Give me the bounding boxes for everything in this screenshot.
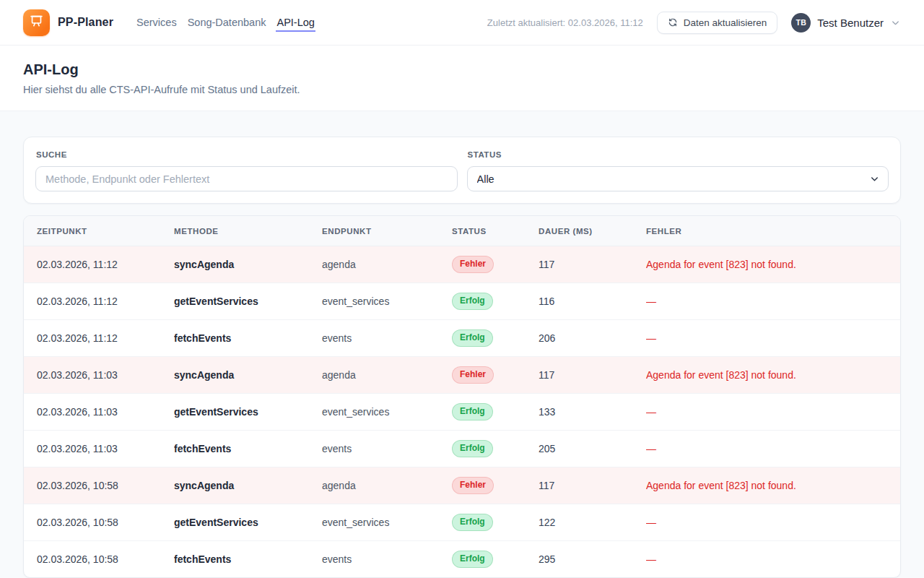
status-badge: Erfolg xyxy=(452,514,493,531)
cell-dauer: 117 xyxy=(539,246,646,283)
cell-zeitpunkt: 02.03.2026, 11:12 xyxy=(24,246,174,283)
user-menu[interactable]: TB Test Benutzer xyxy=(791,13,901,33)
table-row: 02.03.2026, 10:58 fetchEvents events Erf… xyxy=(24,541,900,578)
cell-fehler: — xyxy=(646,504,900,541)
search-input[interactable] xyxy=(35,166,458,191)
status-badge: Erfolg xyxy=(452,329,493,347)
column-header-endpunkt: ENDPUNKT xyxy=(322,216,452,246)
cell-fehler: — xyxy=(646,320,900,357)
page-header: API-Log Hier siehst du alle CTS-API-Aufr… xyxy=(0,46,924,111)
status-field-group: STATUS Alle xyxy=(467,149,889,191)
app-logo xyxy=(23,9,50,36)
cell-dauer: 205 xyxy=(539,431,646,467)
cell-methode: getEventServices xyxy=(174,283,322,320)
cell-endpunkt: agenda xyxy=(322,467,452,504)
column-header-zeitpunkt: ZEITPUNKT xyxy=(24,216,174,246)
cell-fehler: Agenda for event [823] not found. xyxy=(646,246,900,283)
api-log-table: ZEITPUNKT METHODE ENDPUNKT STATUS DAUER … xyxy=(24,216,900,577)
cell-status: Fehler xyxy=(452,467,539,504)
table-header: ZEITPUNKT METHODE ENDPUNKT STATUS DAUER … xyxy=(24,216,900,246)
cell-status: Erfolg xyxy=(452,504,539,541)
status-badge: Fehler xyxy=(452,366,494,384)
log-table-body: 02.03.2026, 11:12 syncAgenda agenda Fehl… xyxy=(24,246,900,578)
table-row: 02.03.2026, 11:12 fetchEvents events Erf… xyxy=(24,320,900,357)
table-row: 02.03.2026, 11:12 syncAgenda agenda Fehl… xyxy=(24,246,900,283)
status-badge: Erfolg xyxy=(452,403,493,420)
status-select-wrap: Alle xyxy=(467,166,889,191)
refresh-button-label: Daten aktualisieren xyxy=(684,17,767,28)
cell-methode: getEventServices xyxy=(174,394,322,431)
cell-methode: fetchEvents xyxy=(174,320,322,357)
cell-endpunkt: agenda xyxy=(322,357,452,394)
chevron-down-icon xyxy=(890,17,901,28)
cell-dauer: 117 xyxy=(539,357,646,394)
cell-dauer: 116 xyxy=(539,283,646,320)
search-field-group: SUCHE xyxy=(35,149,458,191)
cell-zeitpunkt: 02.03.2026, 10:58 xyxy=(24,467,174,504)
column-header-status: STATUS xyxy=(452,216,539,246)
status-select[interactable]: Alle xyxy=(467,166,889,191)
cell-fehler: — xyxy=(646,394,900,431)
cell-methode: syncAgenda xyxy=(174,467,322,504)
cell-endpunkt: events xyxy=(322,320,452,357)
cell-methode: syncAgenda xyxy=(174,246,322,283)
cell-methode: getEventServices xyxy=(174,504,322,541)
filter-panel: SUCHE STATUS Alle xyxy=(23,137,901,204)
status-badge: Erfolg xyxy=(452,551,493,568)
cell-zeitpunkt: 02.03.2026, 11:12 xyxy=(24,283,174,320)
cell-dauer: 117 xyxy=(539,467,646,504)
main-content: SUCHE STATUS Alle ZEITPUNKT xyxy=(0,111,924,578)
cell-fehler: Agenda for event [823] not found. xyxy=(646,467,900,504)
topbar-right: Zuletzt aktualisiert: 02.03.2026, 11:12 … xyxy=(487,12,901,34)
cell-status: Fehler xyxy=(452,357,539,394)
cell-endpunkt: events xyxy=(322,541,452,578)
nav-item-api-log[interactable]: API-Log xyxy=(276,13,315,32)
cell-status: Erfolg xyxy=(452,283,539,320)
cell-status: Erfolg xyxy=(452,320,539,357)
table-row: 02.03.2026, 10:58 syncAgenda agenda Fehl… xyxy=(24,467,900,504)
page-subtitle: Hier siehst du alle CTS-API-Aufrufe mit … xyxy=(23,84,901,95)
cell-status: Erfolg xyxy=(452,541,539,578)
status-badge: Erfolg xyxy=(452,293,493,310)
cell-endpunkt: event_services xyxy=(322,504,452,541)
cell-dauer: 133 xyxy=(539,394,646,431)
cell-endpunkt: events xyxy=(322,431,452,467)
cell-methode: fetchEvents xyxy=(174,431,322,467)
api-log-table-card: ZEITPUNKT METHODE ENDPUNKT STATUS DAUER … xyxy=(23,215,901,578)
table-row: 02.03.2026, 11:12 getEventServices event… xyxy=(24,283,900,320)
status-label: STATUS xyxy=(468,150,889,159)
cell-zeitpunkt: 02.03.2026, 11:03 xyxy=(24,357,174,394)
column-header-dauer: DAUER (MS) xyxy=(539,216,646,246)
cell-methode: syncAgenda xyxy=(174,357,322,394)
cell-dauer: 295 xyxy=(539,541,646,578)
user-avatar: TB xyxy=(791,13,811,33)
presentation-board-icon xyxy=(29,14,44,32)
brand: PP-Planer xyxy=(23,9,113,36)
status-badge: Fehler xyxy=(452,256,494,273)
last-updated-text: Zuletzt aktualisiert: 02.03.2026, 11:12 xyxy=(487,17,643,28)
cell-endpunkt: event_services xyxy=(322,283,452,320)
table-row: 02.03.2026, 11:03 getEventServices event… xyxy=(24,394,900,431)
cell-zeitpunkt: 02.03.2026, 11:03 xyxy=(24,431,174,467)
page-title: API-Log xyxy=(23,61,901,78)
cell-zeitpunkt: 02.03.2026, 10:58 xyxy=(24,541,174,578)
cell-zeitpunkt: 02.03.2026, 11:03 xyxy=(24,394,174,431)
status-badge: Erfolg xyxy=(452,440,493,457)
user-name: Test Benutzer xyxy=(817,17,884,29)
table-row: 02.03.2026, 11:03 fetchEvents events Erf… xyxy=(24,431,900,467)
brand-name: PP-Planer xyxy=(58,16,113,29)
table-row: 02.03.2026, 10:58 getEventServices event… xyxy=(24,504,900,541)
nav-item-services[interactable]: Services xyxy=(136,13,178,32)
cell-fehler: Agenda for event [823] not found. xyxy=(646,357,900,394)
column-header-fehler: FEHLER xyxy=(646,216,900,246)
cell-zeitpunkt: 02.03.2026, 11:12 xyxy=(24,320,174,357)
cell-fehler: — xyxy=(646,283,900,320)
cell-status: Fehler xyxy=(452,246,539,283)
column-header-methode: METHODE xyxy=(174,216,322,246)
cell-fehler: — xyxy=(646,541,900,578)
cell-dauer: 122 xyxy=(539,504,646,541)
refresh-data-button[interactable]: Daten aktualisieren xyxy=(657,12,778,34)
cell-zeitpunkt: 02.03.2026, 10:58 xyxy=(24,504,174,541)
search-label: SUCHE xyxy=(36,150,458,159)
nav-item-song-datenbank[interactable]: Song-Datenbank xyxy=(187,13,267,32)
